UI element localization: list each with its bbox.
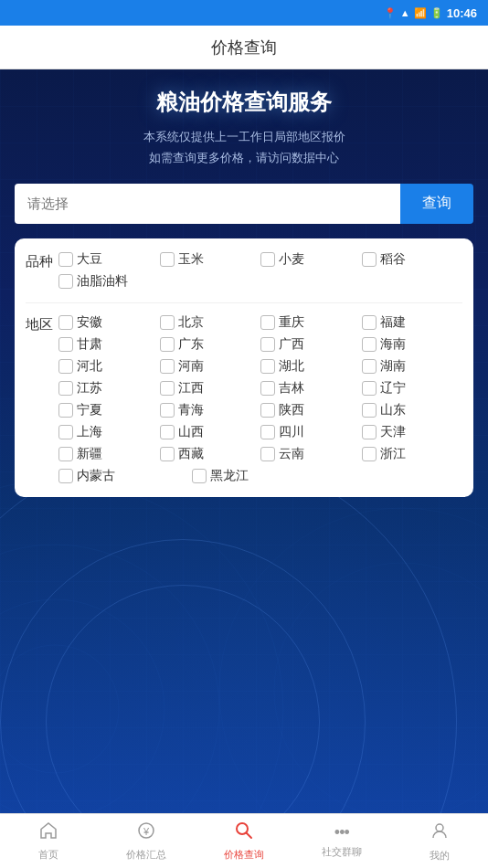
- checkbox-hebei[interactable]: [58, 359, 73, 374]
- region-sichuan[interactable]: 四川: [260, 424, 362, 440]
- region-hebei-label: 河北: [77, 358, 102, 375]
- region-anhui[interactable]: 安徽: [58, 314, 160, 331]
- region-jiangsu[interactable]: 江苏: [58, 380, 160, 397]
- checkbox-shanxi[interactable]: [160, 425, 175, 439]
- signal-icon: 📶: [414, 7, 427, 19]
- region-hunan[interactable]: 湖南: [362, 358, 463, 375]
- region-henan[interactable]: 河南: [160, 358, 261, 375]
- search-row: 查询: [15, 184, 473, 224]
- checkbox-jiangsu[interactable]: [58, 381, 73, 396]
- checkbox-rice[interactable]: [362, 252, 377, 267]
- checkbox-soybean[interactable]: [58, 252, 73, 267]
- checkbox-shanghai[interactable]: [58, 425, 73, 439]
- region-shanghai[interactable]: 上海: [58, 424, 160, 440]
- checkbox-hubei[interactable]: [260, 359, 275, 374]
- checkbox-ningxia[interactable]: [58, 403, 73, 418]
- checkbox-guangdong[interactable]: [160, 337, 175, 352]
- checkbox-corn[interactable]: [160, 252, 175, 267]
- checkbox-shaanxi[interactable]: [260, 403, 275, 418]
- region-shanxi[interactable]: 山西: [160, 424, 261, 440]
- region-fujian[interactable]: 福建: [362, 314, 463, 331]
- tab-query[interactable]: 价格查询: [196, 820, 293, 862]
- wifi-icon: ▲: [400, 7, 410, 18]
- variety-oil-label: 油脂油料: [77, 273, 128, 290]
- variety-rice[interactable]: 稻谷: [362, 251, 463, 268]
- region-options: 安徽 北京 重庆 福建: [58, 314, 462, 484]
- checkbox-oil[interactable]: [58, 274, 73, 289]
- variety-oil[interactable]: 油脂油料: [58, 273, 160, 290]
- region-ningxia[interactable]: 宁夏: [58, 402, 160, 418]
- svg-point-12: [436, 824, 443, 831]
- region-chongqing[interactable]: 重庆: [260, 314, 362, 331]
- region-chongqing-label: 重庆: [279, 314, 304, 331]
- region-beijing[interactable]: 北京: [160, 314, 261, 331]
- region-yunnan[interactable]: 云南: [260, 446, 362, 462]
- region-shandong[interactable]: 山东: [362, 402, 463, 418]
- checkbox-zhejiang[interactable]: [362, 447, 377, 461]
- checkbox-jilin[interactable]: [260, 381, 275, 396]
- region-heilongjiang[interactable]: 黑龙江: [192, 468, 354, 484]
- battery-icon: 🔋: [430, 7, 443, 19]
- checkbox-xizang[interactable]: [160, 447, 175, 461]
- checkbox-fujian[interactable]: [362, 315, 377, 330]
- checkbox-shandong[interactable]: [362, 403, 377, 418]
- checkbox-xinjiang[interactable]: [58, 447, 73, 461]
- checkbox-liaoning[interactable]: [362, 381, 377, 396]
- checkbox-jiangxi[interactable]: [160, 381, 175, 396]
- region-jiangxi[interactable]: 江西: [160, 380, 261, 397]
- region-gansu[interactable]: 甘肃: [58, 336, 160, 353]
- checkbox-wheat[interactable]: [260, 252, 275, 267]
- checkbox-sichuan[interactable]: [260, 425, 275, 439]
- checkbox-guangxi[interactable]: [260, 337, 275, 352]
- tab-home[interactable]: 首页: [0, 820, 98, 862]
- checkbox-beijing[interactable]: [160, 315, 175, 330]
- region-zhejiang[interactable]: 浙江: [362, 446, 463, 462]
- checkbox-hunan[interactable]: [362, 359, 377, 374]
- region-row-4: 江苏 江西 吉林 辽宁: [58, 380, 462, 397]
- social-icon: •••: [334, 823, 349, 842]
- filter-divider: [26, 302, 462, 303]
- checkbox-anhui[interactable]: [58, 315, 73, 330]
- checkbox-chongqing[interactable]: [260, 315, 275, 330]
- region-shaanxi[interactable]: 陕西: [260, 402, 362, 418]
- search-button[interactable]: 查询: [400, 184, 473, 224]
- checkbox-gansu[interactable]: [58, 337, 73, 352]
- region-hebei[interactable]: 河北: [58, 358, 160, 375]
- tab-price[interactable]: ¥ 价格汇总: [98, 820, 196, 862]
- region-row-6: 上海 山西 四川 天津: [58, 424, 462, 440]
- region-xinjiang[interactable]: 新疆: [58, 446, 160, 462]
- tab-social-label: 社交群聊: [322, 845, 362, 859]
- variety-label: 品种: [26, 251, 58, 290]
- variety-corn[interactable]: 玉米: [160, 251, 261, 268]
- checkbox-neimenggu[interactable]: [58, 469, 73, 483]
- region-tianjin[interactable]: 天津: [362, 424, 463, 440]
- region-guangdong[interactable]: 广东: [160, 336, 261, 353]
- search-input[interactable]: [15, 184, 400, 224]
- checkbox-tianjin[interactable]: [362, 425, 377, 439]
- variety-soybean-label: 大豆: [77, 251, 102, 268]
- tab-price-label: 价格汇总: [126, 848, 166, 862]
- region-hubei[interactable]: 湖北: [260, 358, 362, 375]
- hero-title: 粮油价格查询服务: [15, 88, 473, 117]
- variety-soybean[interactable]: 大豆: [58, 251, 160, 268]
- region-guangxi[interactable]: 广西: [260, 336, 362, 353]
- tab-mine[interactable]: 我的: [390, 820, 488, 863]
- variety-wheat[interactable]: 小麦: [260, 251, 362, 268]
- region-sichuan-label: 四川: [279, 424, 304, 440]
- checkbox-henan[interactable]: [160, 359, 175, 374]
- region-liaoning[interactable]: 辽宁: [362, 380, 463, 397]
- region-hainan[interactable]: 海南: [362, 336, 463, 353]
- region-neimenggu[interactable]: 内蒙古: [58, 468, 192, 484]
- variety-rice-label: 稻谷: [380, 251, 406, 268]
- checkbox-heilongjiang[interactable]: [192, 469, 207, 483]
- checkbox-yunnan[interactable]: [260, 447, 275, 461]
- status-icons: 📍 ▲ 📶 🔋 10:46: [384, 6, 477, 20]
- region-qinghai[interactable]: 青海: [160, 402, 261, 418]
- region-xizang[interactable]: 西藏: [160, 446, 261, 462]
- checkbox-qinghai[interactable]: [160, 403, 175, 418]
- checkbox-hainan[interactable]: [362, 337, 377, 352]
- price-icon: ¥: [136, 820, 156, 845]
- region-xinjiang-label: 新疆: [77, 446, 102, 462]
- tab-social[interactable]: ••• 社交群聊: [292, 823, 390, 859]
- region-jilin[interactable]: 吉林: [260, 380, 362, 397]
